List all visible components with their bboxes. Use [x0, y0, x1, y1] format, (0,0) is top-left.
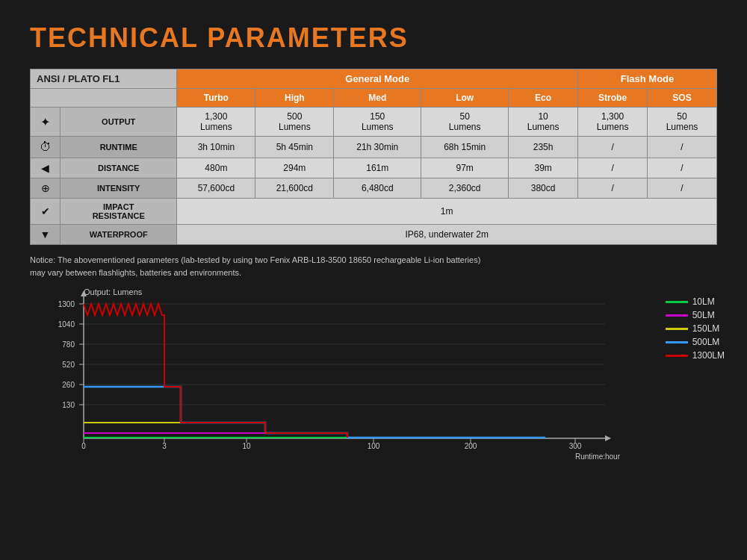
ansi-label: ANSI / PLATO FL1 [31, 69, 177, 89]
col-strobe: Strobe [578, 89, 648, 108]
legend-item-500lm: 500LM [666, 337, 725, 347]
legend-item-10lm: 10LM [666, 296, 725, 307]
legend-item-150lm: 150LM [666, 323, 725, 334]
distance-med: 161m [334, 158, 421, 178]
legend-label-1300lm: 1300LM [692, 350, 725, 361]
runtime-high: 5h 45min [255, 137, 334, 158]
legend-label-50lm: 50LM [692, 310, 715, 320]
general-mode-header: General Mode [177, 69, 578, 89]
label-runtime: RUNTIME [61, 137, 177, 158]
label-intensity: INTENSITY [61, 178, 177, 199]
table-row: ✦ OUTPUT 1,300Lumens 500Lumens 150Lumens… [31, 108, 717, 137]
table-header-row-2: Turbo High Med Low Eco Strobe SOS [31, 89, 717, 108]
icon-output: ✦ [31, 108, 61, 137]
distance-high: 294m [255, 158, 334, 178]
y-tick: 260 [62, 381, 75, 389]
col-med: Med [334, 89, 421, 108]
intensity-sos: / [648, 178, 717, 199]
y-tick: 520 [62, 361, 75, 369]
svg-marker-15 [605, 435, 611, 441]
runtime-sos: / [648, 137, 717, 158]
output-high: 500Lumens [255, 108, 334, 137]
impact-value: 1m [177, 199, 717, 225]
output-eco: 10Lumens [509, 108, 578, 137]
table-row: ⏱ RUNTIME 3h 10min 5h 45min 21h 30min 68… [31, 137, 717, 158]
x-tick: 10 [242, 442, 251, 450]
runtime-strobe: / [578, 137, 648, 158]
table-row: ✔ IMPACTRESISTANCE 1m [31, 199, 717, 225]
chart-legend: 10LM 50LM 150LM 500LM 1300LM [666, 296, 725, 361]
runtime-turbo: 3h 10min [177, 137, 255, 158]
params-table: ANSI / PLATO FL1 General Mode Flash Mode… [30, 69, 717, 245]
legend-line-150lm [666, 328, 688, 330]
legend-label-10lm: 10LM [692, 296, 715, 307]
label-distance: DISTANCE [61, 158, 177, 178]
flash-mode-header: Flash Mode [578, 69, 717, 89]
icon-impact: ✔ [31, 199, 61, 225]
y-axis-label: Output: Lumens [84, 289, 143, 296]
distance-strobe: / [578, 158, 648, 178]
runtime-med: 21h 30min [334, 137, 421, 158]
col-eco: Eco [509, 89, 578, 108]
distance-sos: / [648, 158, 717, 178]
intensity-high: 21,600cd [255, 178, 334, 199]
x-tick: 3 [162, 442, 167, 450]
col-turbo: Turbo [177, 89, 255, 108]
intensity-strobe: / [578, 178, 648, 199]
col-low: Low [421, 89, 509, 108]
page-title: TECHNICAL PARAMETERS [30, 22, 717, 54]
icon-distance: ◀ [31, 158, 61, 178]
table-row: ▼ WATERPROOF IP68, underwater 2m [31, 225, 717, 245]
table-row: ◀ DISTANCE 480m 294m 161m 97m 39m / / [31, 158, 717, 178]
runtime-low: 68h 15min [421, 137, 509, 158]
label-impact: IMPACTRESISTANCE [61, 199, 177, 225]
icon-intensity: ⊕ [31, 178, 61, 199]
y-tick: 780 [62, 340, 75, 349]
chart-svg: Output: Lumens 1300 1040 780 520 [37, 289, 650, 468]
col-sos: SOS [648, 89, 717, 108]
legend-line-500lm [666, 341, 688, 343]
output-sos: 50Lumens [648, 108, 717, 137]
distance-low: 97m [421, 158, 509, 178]
svg-rect-0 [82, 296, 605, 438]
runtime-eco: 235h [509, 137, 578, 158]
label-waterproof: WATERPROOF [61, 225, 177, 245]
icon-waterproof: ▼ [31, 225, 61, 245]
output-med: 150Lumens [334, 108, 421, 137]
intensity-turbo: 57,600cd [177, 178, 255, 199]
y-tick: 1300 [58, 300, 75, 308]
icon-runtime: ⏱ [31, 137, 61, 158]
legend-line-10lm [666, 301, 688, 303]
intensity-eco: 380cd [509, 178, 578, 199]
output-strobe: 1,300Lumens [578, 108, 648, 137]
col-high: High [255, 89, 334, 108]
table-header-row-1: ANSI / PLATO FL1 General Mode Flash Mode [31, 69, 717, 89]
x-tick: 200 [465, 442, 477, 450]
ansi-empty [31, 89, 177, 108]
distance-turbo: 480m [177, 158, 255, 178]
x-tick: 100 [368, 442, 380, 450]
label-output: OUTPUT [61, 108, 177, 137]
legend-label-500lm: 500LM [692, 337, 720, 347]
intensity-med: 6,480cd [334, 178, 421, 199]
output-turbo: 1,300Lumens [177, 108, 255, 137]
legend-line-50lm [666, 314, 688, 317]
y-tick: 1040 [58, 320, 75, 329]
notice-text: Notice: The abovementioned parameters (l… [30, 254, 717, 279]
waterproof-value: IP68, underwater 2m [177, 225, 717, 245]
y-tick: 130 [62, 401, 75, 409]
distance-eco: 39m [509, 158, 578, 178]
page-container: TECHNICAL PARAMETERS ANSI / PLATO FL1 Ge… [0, 0, 747, 483]
legend-label-150lm: 150LM [692, 323, 720, 334]
table-row: ⊕ INTENSITY 57,600cd 21,600cd 6,480cd 2,… [31, 178, 717, 199]
legend-item-50lm: 50LM [666, 310, 725, 320]
legend-item-1300lm: 1300LM [666, 350, 725, 361]
legend-line-1300lm [666, 355, 688, 357]
x-tick: 300 [569, 442, 582, 450]
x-axis-label: Runtime:hour [575, 452, 621, 461]
chart-area: Output: Lumens 1300 1040 780 520 [37, 289, 725, 468]
x-tick: 0 [81, 442, 86, 450]
intensity-low: 2,360cd [421, 178, 509, 199]
output-low: 50Lumens [421, 108, 509, 137]
